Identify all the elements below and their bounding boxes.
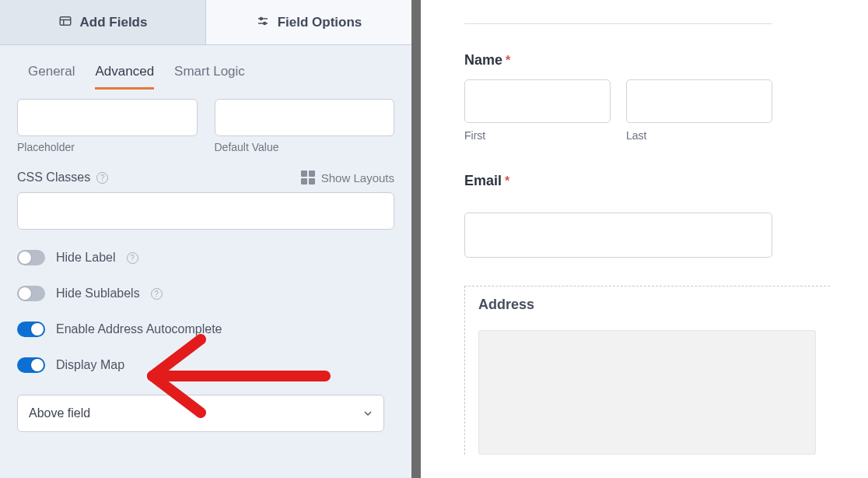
add-fields-icon [58, 14, 72, 31]
map-position-select-value: Above field [29, 406, 90, 420]
required-asterisk: * [506, 54, 510, 67]
panel-body: Placeholder Default Value CSS Classes ? … [0, 90, 411, 448]
toggle-display-map-text: Display Map [56, 358, 124, 372]
map-placeholder [478, 330, 816, 455]
toggle-hide-sublabels[interactable] [17, 286, 45, 301]
css-classes-label: CSS Classes [17, 170, 90, 185]
svg-rect-0 [60, 16, 71, 25]
first-name-input[interactable] [464, 79, 611, 123]
subtab-advanced[interactable]: Advanced [95, 64, 154, 90]
tab-add-fields[interactable]: Add Fields [0, 0, 205, 45]
tab-field-options[interactable]: Field Options [205, 0, 411, 45]
preview-divider [411, 0, 421, 478]
toggle-hide-label[interactable] [17, 250, 45, 265]
chevron-down-icon [362, 407, 374, 420]
address-field[interactable]: Address [464, 286, 830, 455]
placeholder-label: Placeholder [17, 141, 198, 153]
grid-icon [301, 170, 315, 185]
email-field: Email* [464, 173, 854, 258]
toggle-enable-autocomplete-text: Enable Address Autocomplete [56, 322, 222, 336]
default-value-input[interactable] [215, 99, 395, 136]
last-sublabel: Last [626, 129, 772, 142]
first-sublabel: First [464, 129, 611, 142]
sidebar-panel: Add Fields Field Options General Advance… [0, 0, 411, 478]
css-classes-input[interactable] [17, 192, 394, 230]
thin-line [464, 23, 772, 24]
required-asterisk: * [505, 174, 509, 188]
toggle-enable-autocomplete[interactable] [17, 322, 45, 337]
help-icon[interactable]: ? [127, 252, 138, 264]
subtab-general[interactable]: General [28, 64, 75, 90]
name-label: Name [464, 52, 502, 68]
email-label: Email [464, 173, 502, 188]
tab-field-options-label: Field Options [278, 15, 362, 30]
default-value-label: Default Value [215, 141, 395, 153]
sub-tabs: General Advanced Smart Logic [0, 45, 411, 90]
map-position-select[interactable]: Above field [17, 395, 384, 432]
show-layouts-button[interactable]: Show Layouts [301, 170, 394, 185]
toggle-hide-label-text: Hide Label [56, 251, 116, 265]
show-layouts-label: Show Layouts [321, 171, 394, 185]
placeholder-input[interactable] [17, 99, 198, 136]
sliders-icon [256, 14, 270, 31]
address-label: Address [478, 297, 816, 313]
svg-point-4 [260, 17, 262, 19]
svg-point-6 [263, 22, 265, 24]
last-name-input[interactable] [626, 79, 772, 123]
email-input[interactable] [464, 213, 772, 258]
subtab-smart-logic[interactable]: Smart Logic [174, 64, 245, 90]
top-tabs: Add Fields Field Options [0, 0, 411, 45]
toggle-display-map[interactable] [17, 357, 45, 373]
help-icon[interactable]: ? [151, 288, 163, 300]
help-icon[interactable]: ? [96, 172, 108, 184]
toggle-hide-sublabels-text: Hide Sublabels [56, 286, 140, 301]
form-preview: Name* First Last Email* Address [411, 0, 868, 478]
name-field: Name* First Last [464, 52, 854, 142]
tab-add-fields-label: Add Fields [80, 15, 148, 30]
